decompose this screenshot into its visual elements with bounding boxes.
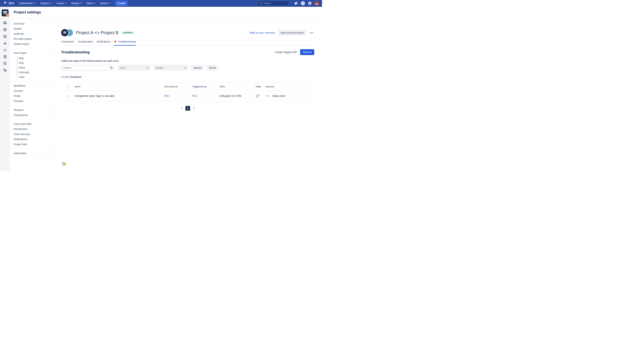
previous-page-button[interactable] <box>181 107 182 110</box>
rail-board-columns-icon[interactable] <box>3 34 7 38</box>
sidebar-item-components[interactable]: Components <box>14 113 54 118</box>
jira-logo[interactable]: Jira <box>3 1 14 5</box>
tab-notifications-label: Notifications <box>96 40 110 43</box>
create-button[interactable]: Create <box>115 1 128 6</box>
user-avatar[interactable] <box>314 1 319 6</box>
avatar-icon <box>314 1 319 6</box>
nav-boards[interactable]: Boards <box>71 2 82 5</box>
rail-reports-chart-icon[interactable] <box>3 48 7 52</box>
nav-dashboards[interactable]: Dashboards <box>19 2 36 5</box>
tab-connection[interactable]: Connection <box>61 40 74 45</box>
announcements-button[interactable] <box>294 1 298 6</box>
create-support-zip-button[interactable]: Create Support ZIP <box>275 51 297 54</box>
rail-card-check-icon[interactable] <box>3 55 7 58</box>
col-help: Help <box>256 85 266 88</box>
rail-queues-icon[interactable] <box>3 28 7 32</box>
next-page-button[interactable] <box>193 107 195 110</box>
show-more-button[interactable]: Show more <box>272 95 285 97</box>
sidebar-item-issue-security[interactable]: Issue Security <box>14 132 54 137</box>
sidebar-item-permissions[interactable]: Permissions <box>14 127 54 132</box>
help-button[interactable]: ? <box>300 1 305 6</box>
current-page-button[interactable]: 1 <box>186 106 190 111</box>
sidebar-item-project-links[interactable]: Project links <box>14 142 54 147</box>
nav-issues[interactable]: Issues <box>56 2 66 5</box>
back-to-sync-overview-link[interactable]: Back to sync overview <box>250 31 275 34</box>
error-search-input[interactable]: Search <box>61 65 115 71</box>
status-badge: RUNNING <box>121 31 134 34</box>
error-filter-select[interactable]: Error <box>118 65 151 71</box>
tab-connection-label: Connection <box>61 40 74 43</box>
sync-more-menu-button[interactable]: ••• <box>310 31 314 34</box>
nav-projects[interactable]: Projects <box>40 2 52 5</box>
sidebar-item-issue-types[interactable]: Issue types <box>14 50 54 55</box>
external-link-icon[interactable] <box>256 94 260 98</box>
project-filter-select[interactable]: Project <box>154 65 188 71</box>
sync-actions: Back to sync overview Stop synchronizati… <box>250 30 314 36</box>
sidebar-item-bug[interactable]: Bug <box>17 56 54 60</box>
sidebar-item-automation[interactable]: Automation <box>14 151 54 156</box>
nav-assets-label: Assets <box>100 2 108 5</box>
section-title: Troubleshooting <box>61 50 90 54</box>
sidebar-item-users-and-roles[interactable]: Users and roles <box>14 121 54 127</box>
refresh-button[interactable]: Refresh <box>300 49 314 55</box>
rail-boards-stack-icon[interactable] <box>3 21 7 25</box>
search-icon <box>110 66 113 69</box>
sync-title: Project A <> Project B <box>76 30 118 35</box>
sidebar-item-screens[interactable]: Screens <box>14 88 54 93</box>
triggered-by-issue-link[interactable]: PA-1 <box>192 95 198 97</box>
top-navigation: Jira Dashboards Projects Issues Boards P… <box>0 0 322 7</box>
nav-issues-label: Issues <box>56 2 64 5</box>
tab-troubleshooting[interactable]: Troubleshooting <box>114 40 136 45</box>
nav-boards-label: Boards <box>71 2 79 5</box>
rail-hierarchy-tree-icon[interactable] <box>3 68 7 72</box>
global-search-input[interactable]: Search <box>258 1 289 6</box>
sidebar-item-versions[interactable]: Versions <box>14 107 54 113</box>
reset-button[interactable]: Reset <box>207 65 218 71</box>
help-icon: ? <box>301 1 305 5</box>
chevron-down-icon <box>80 3 82 4</box>
sync-tabs: Connection Configuration Notifications T… <box>61 40 314 46</box>
nav-plans[interactable]: Plans <box>86 2 96 5</box>
tab-configuration-label: Configuration <box>78 40 93 43</box>
select-all-checkbox[interactable] <box>67 85 70 88</box>
tab-notifications[interactable]: Notifications <box>96 40 110 45</box>
error-filter-value: Error <box>120 66 126 69</box>
sidebar-item-epic[interactable]: Epic <box>17 60 54 65</box>
sidebar-item-story[interactable]: Story <box>17 65 54 70</box>
sync-connection-avatar <box>61 29 73 36</box>
settings-button[interactable] <box>307 1 312 6</box>
project-avatar[interactable] <box>2 9 8 16</box>
megaphone-icon <box>294 1 298 5</box>
sidebar-item-reindex-project[interactable]: Re-index project <box>14 36 54 41</box>
nav-assets[interactable]: Assets <box>100 2 110 5</box>
stop-synchronization-button[interactable]: Stop synchronization <box>278 30 306 36</box>
code-badge-icon <box>6 14 10 17</box>
global-search-placeholder: Search <box>263 2 271 4</box>
col-time: Time <box>220 85 256 88</box>
page-title: Project settings <box>14 10 41 14</box>
sidebar-item-audit-log[interactable]: Audit log <box>14 31 54 36</box>
sidebar-item-summary[interactable]: Summary <box>14 21 54 26</box>
rail-releases-ship-icon[interactable] <box>3 41 7 45</box>
sidebar-item-details[interactable]: Details <box>14 26 54 31</box>
sidebar-item-task[interactable]: Task <box>17 75 54 79</box>
row-checkbox[interactable] <box>67 95 70 98</box>
error-search-placeholder: Search <box>63 66 110 69</box>
brand-name: Jira <box>8 1 14 5</box>
sidebar-item-notifications[interactable]: Notifications <box>14 137 54 142</box>
occurred-in-issue-link[interactable]: PB-1 <box>164 95 170 97</box>
project-a-avatar-icon <box>61 29 68 36</box>
row-more-menu-button[interactable]: ••• <box>266 95 270 97</box>
sidebar-item-priorities[interactable]: Priorities <box>14 99 54 104</box>
sidebar-item-delete-project[interactable]: Delete project <box>14 41 54 46</box>
sidebar-item-subtask[interactable]: Sub-task <box>17 70 54 75</box>
table-row: Component name 'App' is not valid PB-1 P… <box>61 91 314 101</box>
tab-configuration[interactable]: Configuration <box>78 40 93 45</box>
rail-apps-puzzle-icon[interactable] <box>3 61 7 65</box>
search-button[interactable]: Search <box>191 65 204 71</box>
sidebar-item-fields[interactable]: Fields <box>14 93 54 99</box>
main-content: Project A <> Project B RUNNING Back to s… <box>54 18 322 171</box>
sidebar-item-workflows[interactable]: Workflows <box>14 83 54 88</box>
sidebar-divider <box>12 81 52 81</box>
chevron-right-icon <box>193 107 195 110</box>
